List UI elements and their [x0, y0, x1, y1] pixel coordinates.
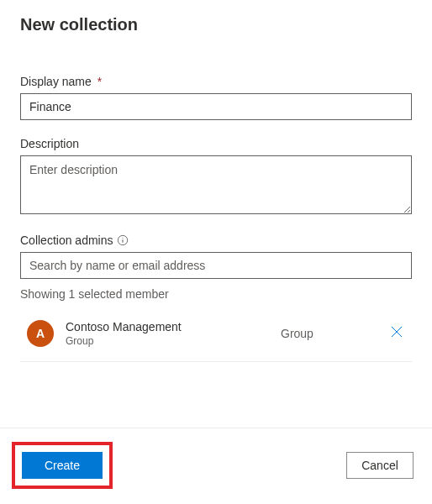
footer: Create Cancel: [0, 428, 432, 504]
remove-member-button[interactable]: [382, 320, 412, 347]
svg-point-2: [122, 238, 123, 239]
member-subtype: Group: [66, 334, 281, 348]
display-name-label: Display name *: [20, 75, 412, 88]
member-info: Contoso Management Group: [66, 319, 281, 348]
collection-admins-label-text: Collection admins: [20, 234, 113, 247]
close-icon: [391, 326, 403, 341]
member-type: Group: [281, 327, 382, 340]
member-row: A Contoso Management Group Group: [20, 312, 412, 362]
cancel-button[interactable]: Cancel: [346, 452, 414, 479]
member-name: Contoso Management: [66, 319, 281, 334]
description-label: Description: [20, 137, 412, 150]
collection-admins-label: Collection admins: [20, 234, 412, 247]
display-name-field: Display name *: [20, 75, 412, 120]
required-asterisk: *: [97, 75, 102, 88]
page-title: New collection: [20, 15, 412, 34]
description-input[interactable]: [20, 155, 412, 214]
description-label-text: Description: [20, 137, 79, 150]
create-button[interactable]: Create: [22, 452, 103, 479]
description-field: Description: [20, 137, 412, 217]
collection-admins-field: Collection admins Showing 1 selected mem…: [20, 234, 412, 362]
display-name-label-text: Display name: [20, 75, 92, 88]
info-icon[interactable]: [117, 234, 129, 246]
avatar: A: [27, 320, 54, 347]
selected-members-status: Showing 1 selected member: [20, 287, 412, 301]
display-name-input[interactable]: [20, 93, 412, 120]
create-highlight: Create: [12, 442, 113, 489]
admins-search-input[interactable]: [20, 252, 412, 279]
